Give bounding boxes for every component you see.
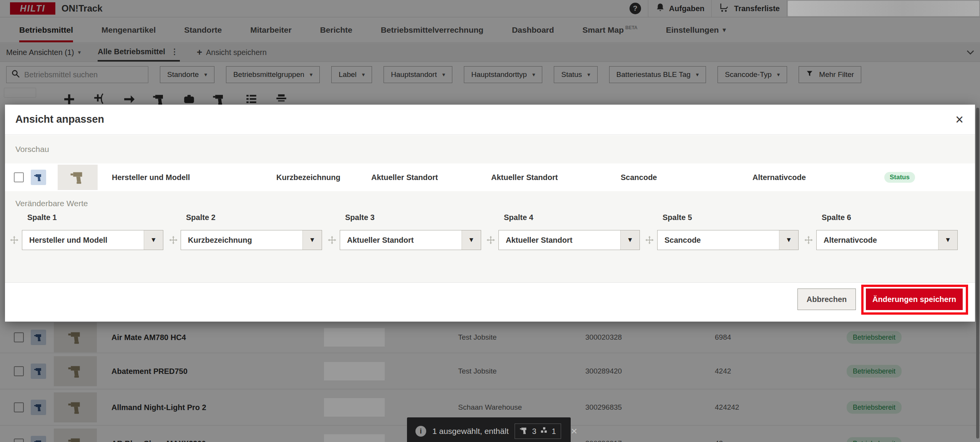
- redacted-cell: [324, 398, 385, 417]
- preview-checkbox[interactable]: [14, 172, 24, 182]
- dialog-header: Ansicht anpassen ×: [5, 105, 975, 135]
- preview-column-header: Aktueller Standort: [371, 173, 438, 182]
- drag-handle-icon[interactable]: [327, 235, 337, 245]
- ontrack-app-window: HILTI ON!Track ? Aufgaben Transferliste: [0, 0, 980, 442]
- column-select-5[interactable]: Scancode ▼: [657, 230, 799, 250]
- asset-count: 3: [532, 427, 536, 436]
- info-icon: i: [415, 426, 426, 437]
- preview-column-header: Aktueller Standort: [491, 173, 558, 182]
- preview-column-header: Scancode: [621, 173, 657, 182]
- asset-type-icon: [31, 170, 46, 185]
- footer-divider: [5, 282, 975, 283]
- column-label: Spalte 1: [27, 213, 57, 222]
- drag-handle-icon[interactable]: [804, 235, 813, 245]
- select-arrow-icon[interactable]: ▼: [144, 230, 163, 250]
- group-count: 1: [552, 427, 556, 436]
- toast-message: 1 ausgewählt, enthält: [432, 427, 508, 436]
- save-changes-button[interactable]: Änderungen speichern: [866, 289, 963, 310]
- preview-column-header: Alternativcode: [752, 173, 806, 182]
- select-arrow-icon[interactable]: ▼: [779, 230, 798, 250]
- column-label: Spalte 6: [822, 213, 851, 222]
- selection-counts: 3 1: [515, 424, 561, 439]
- redacted-cell: [324, 434, 385, 442]
- preview-column-header: Kurzbezeichnung: [276, 173, 341, 182]
- column-label: Spalte 3: [345, 213, 375, 222]
- preview-section: Vorschau: [5, 135, 975, 163]
- preview-status-badge: Status: [884, 172, 915, 183]
- dialog-title: Ansicht anpassen: [15, 113, 104, 125]
- drag-handle-icon[interactable]: [169, 235, 178, 245]
- column-select-2[interactable]: Kurzbezeichnung ▼: [181, 230, 322, 250]
- column-label: Spalte 5: [663, 213, 692, 222]
- preview-section-label: Vorschau: [15, 145, 49, 154]
- drag-handle-icon[interactable]: [486, 235, 495, 245]
- column-label: Spalte 2: [186, 213, 216, 222]
- drag-handle-icon[interactable]: [645, 235, 654, 245]
- redacted-cell: [324, 362, 385, 380]
- asset-count-icon: [520, 426, 528, 436]
- redacted-cell: [324, 328, 385, 347]
- user-account-redacted[interactable]: [788, 1, 979, 16]
- asset-image: [58, 165, 98, 190]
- customize-view-dialog: Ansicht anpassen × Vorschau Hersteller u…: [5, 105, 975, 322]
- close-icon[interactable]: ×: [955, 113, 963, 127]
- toast-close-icon[interactable]: ×: [571, 426, 577, 437]
- column-select-3[interactable]: Aktueller Standort ▼: [340, 230, 481, 250]
- group-count-icon: [540, 427, 548, 436]
- preview-column-header: Hersteller und Modell: [112, 173, 190, 182]
- column-select-4[interactable]: Aktueller Standort ▼: [498, 230, 640, 250]
- selection-toast: i 1 ausgewählt, enthält 3 1 ×: [407, 417, 571, 442]
- drag-handle-icon[interactable]: [10, 235, 19, 245]
- column-select-6[interactable]: Alternativcode ▼: [816, 230, 958, 250]
- cancel-button[interactable]: Abbrechen: [797, 289, 856, 310]
- preview-row: Hersteller und Modell Kurzbezeichnung Ak…: [5, 163, 975, 191]
- select-arrow-icon[interactable]: ▼: [938, 230, 957, 250]
- column-label: Spalte 4: [504, 213, 533, 222]
- editable-values-label: Veränderbare Werte: [15, 199, 88, 208]
- select-arrow-icon[interactable]: ▼: [302, 230, 322, 250]
- column-select-1[interactable]: Hersteller und Modell ▼: [22, 230, 163, 250]
- select-arrow-icon[interactable]: ▼: [620, 230, 639, 250]
- select-arrow-icon[interactable]: ▼: [462, 230, 481, 250]
